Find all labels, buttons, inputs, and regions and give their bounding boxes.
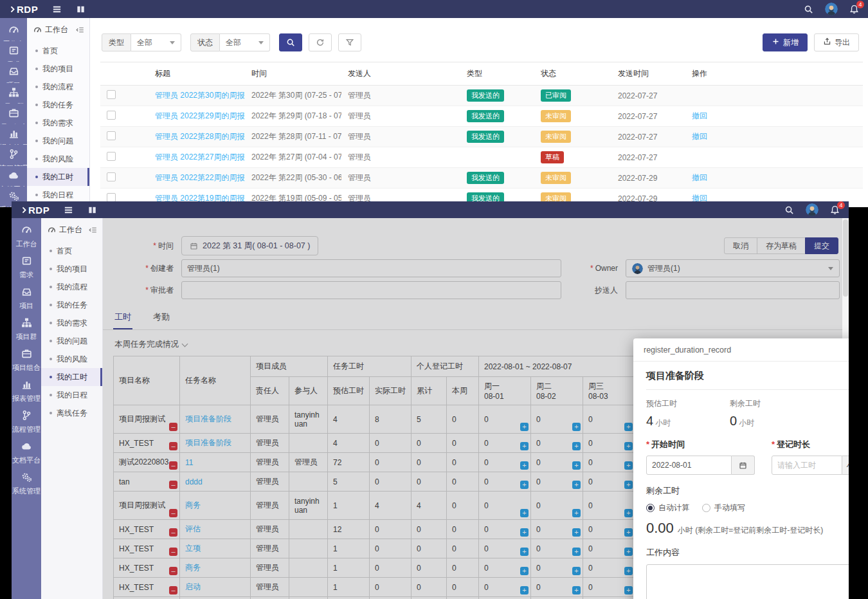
sidebar-item-我的任务[interactable]: 我的任务 [41,296,102,314]
report-title-link[interactable]: 管理员 2022第27周的周报 [155,152,244,161]
type-filter-select[interactable]: 全部 [131,33,181,51]
task-link[interactable]: 商务 [185,563,201,572]
report-title-link[interactable]: 管理员 2022第30周的周报 [155,91,244,100]
add-duration-button[interactable]: + [572,423,581,431]
remove-task-button[interactable]: – [169,509,177,517]
sidebar-item-我的风险[interactable]: 我的风险 [27,150,89,168]
sidebar-item-离线任务[interactable]: 离线任务 [41,404,102,422]
add-duration-button[interactable]: + [572,481,581,489]
sidebar-item-我的项目[interactable]: 我的项目 [27,60,89,78]
report-title-link[interactable]: 管理员 2022第22周的周报 [155,173,244,182]
rail-item-项目组合[interactable]: 项目组合 [0,104,27,124]
sidebar-item-首页[interactable]: 首页 [41,242,102,260]
layout-columns-icon[interactable] [87,205,97,215]
save-draft-button[interactable]: 存为草稿 [757,237,806,254]
status-filter-select[interactable]: 全部 [220,33,270,51]
remove-task-button[interactable]: – [169,442,177,450]
remove-task-button[interactable]: – [169,586,177,594]
creator-field[interactable] [181,259,561,277]
row-checkbox[interactable] [107,90,116,99]
sidebar-item-我的问题[interactable]: 我的问题 [41,332,102,350]
rail-item-工作台[interactable]: 工作台 [0,21,27,41]
remove-task-button[interactable]: – [169,528,177,537]
add-duration-button[interactable]: + [624,586,633,594]
rail-item-系统管理[interactable]: 系统管理 [12,468,41,499]
add-duration-button[interactable]: + [572,461,581,470]
sidebar-item-我的任务[interactable]: 我的任务 [27,96,89,114]
start-date-input[interactable]: 2022-08-01 [646,456,732,475]
tab-attendance[interactable]: 考勤 [152,308,171,329]
add-duration-button[interactable]: + [624,481,633,489]
rail-item-流程管理[interactable]: 流程管理 [12,406,41,437]
radio-manual-fill[interactable]: 手动填写 [702,502,745,513]
search-icon[interactable] [804,5,813,14]
search-button[interactable] [279,33,302,51]
sidebar-item-我的工时[interactable]: 我的工时 [27,168,89,186]
add-duration-button[interactable]: + [624,509,633,517]
add-duration-button[interactable]: + [520,509,529,517]
task-link[interactable]: 立项 [185,544,201,553]
owner-select[interactable]: 管理员(1) [626,259,840,277]
task-link[interactable]: 评估 [185,524,201,533]
sidebar-item-我的工时[interactable]: 我的工时 [41,368,102,386]
row-checkbox[interactable] [107,152,116,161]
add-duration-button[interactable]: + [624,548,633,556]
work-content-textarea[interactable] [646,564,849,599]
sidebar-item-我的日程[interactable]: 我的日程 [41,386,102,404]
add-duration-button[interactable]: + [520,442,529,450]
add-duration-button[interactable]: + [520,528,529,537]
report-title-link[interactable]: 管理员 2022第29周的周报 [155,111,244,120]
duration-input[interactable]: 请输入工时 [772,456,842,475]
sidebar-item-首页[interactable]: 首页 [27,42,89,60]
sidebar-item-我的需求[interactable]: 我的需求 [27,114,89,132]
add-duration-button[interactable]: + [572,548,581,556]
menu-collapse-icon[interactable] [89,226,97,234]
refresh-button[interactable] [309,33,332,51]
tab-worktime[interactable]: 工时 [113,308,132,329]
add-duration-button[interactable]: + [520,423,529,431]
rail-item-项目[interactable]: 项目 [12,282,41,313]
add-duration-button[interactable]: + [572,442,581,450]
menu-collapse-icon[interactable] [76,26,84,34]
row-checkbox[interactable] [107,193,116,202]
cancel-button[interactable]: 取消 [724,237,757,254]
sidebar-item-我的问题[interactable]: 我的问题 [27,132,89,150]
report-title-link[interactable]: 管理员 2022第28周的周报 [155,132,244,141]
sidebar-item-我的项目[interactable]: 我的项目 [41,260,102,278]
add-duration-button[interactable]: + [572,567,581,575]
withdraw-link[interactable]: 撤回 [692,111,707,120]
withdraw-link[interactable]: 撤回 [692,132,707,141]
radio-auto-calc[interactable]: 自动计算 [646,502,689,513]
search-icon[interactable] [784,205,794,215]
remove-task-button[interactable]: – [169,461,177,470]
sidebar-item-我的流程[interactable]: 我的流程 [27,78,89,96]
filter-funnel-button[interactable] [338,33,361,51]
add-duration-button[interactable]: + [520,481,529,489]
rail-item-项目群[interactable]: 项目群 [12,313,41,344]
hamburger-menu-icon[interactable] [52,5,62,14]
add-duration-button[interactable]: + [520,567,529,575]
week-picker[interactable]: 2022 第 31 周( 08-01 - 08-07 ) [181,236,318,255]
task-link[interactable]: 商务 [185,501,201,510]
rail-item-工作台[interactable]: 工作台 [12,221,41,252]
add-duration-button[interactable]: + [624,423,633,431]
remove-task-button[interactable]: – [169,567,177,575]
add-duration-button[interactable]: + [624,461,633,470]
task-link[interactable]: 项目准备阶段 [185,438,231,447]
sidebar-item-我的需求[interactable]: 我的需求 [41,314,102,332]
add-duration-button[interactable]: + [624,442,633,450]
scrollbar-thumb[interactable] [843,219,848,297]
add-duration-button[interactable]: + [624,528,633,537]
task-link[interactable]: 项目准备阶段 [185,414,231,423]
sidebar-item-我的流程[interactable]: 我的流程 [41,278,102,296]
rail-item-项目组合[interactable]: 项目组合 [12,344,41,375]
add-report-button[interactable]: 新增 [763,33,808,51]
user-avatar[interactable] [825,3,838,15]
hamburger-menu-icon[interactable] [64,205,73,215]
rail-item-需求[interactable]: 需求 [0,41,27,62]
row-checkbox[interactable] [107,111,116,120]
add-duration-button[interactable]: + [572,586,581,594]
add-duration-button[interactable]: + [572,509,581,517]
notification-bell[interactable]: 4 [849,5,859,14]
rail-item-需求[interactable]: 需求 [12,252,41,282]
